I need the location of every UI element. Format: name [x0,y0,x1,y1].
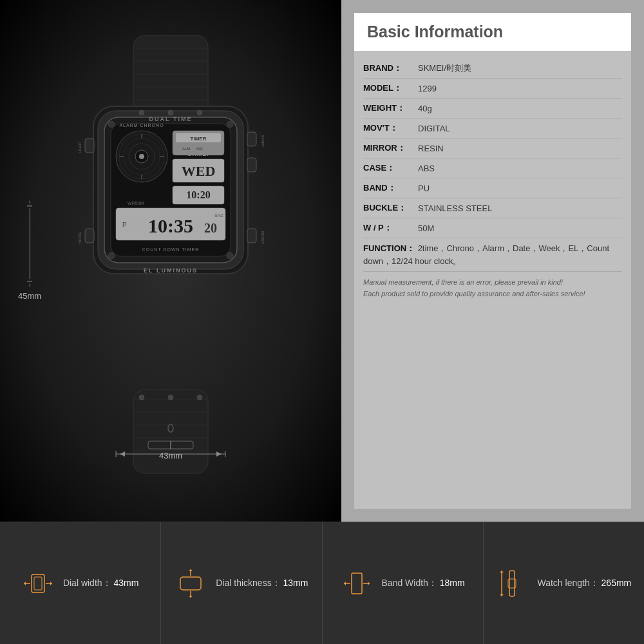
dial-width-label: Dial width： [63,578,111,588]
brand-label: BRAND： [363,62,418,74]
spec-band-width: Band Width： 18mm [323,522,484,644]
svg-marker-90 [368,582,370,585]
svg-text:LIGHT: LIGHT [78,142,82,153]
height-dimension: 45mm [18,200,41,301]
band-width-text: Band Width： 18mm [382,578,465,589]
height-label: 45mm [18,291,41,301]
function-label: FUNCTION： [363,243,415,253]
note-line2: Each product sold to provide quality ass… [363,289,622,300]
watch-section: 45mm [0,0,341,522]
watch-illustration: TIMER ALM SIG WED 10:20 P 10:35 [58,29,283,467]
function-row: FUNCTION： 2time，Chrono，Alarm，Date，Week，E… [363,238,622,272]
page-container: 45mm [0,0,644,644]
svg-text:TIMER: TIMER [191,136,207,142]
dial-thickness-icon [175,567,207,600]
weight-row: WEIGHT： 40g [363,99,622,118]
wp-row: W / P： 50M [363,218,622,238]
movt-row: MOV'T： DIGITAL [363,118,622,138]
band-width-value: 18mm [440,578,465,588]
svg-point-56 [108,252,115,259]
band-value: PU [418,184,430,193]
svg-marker-89 [344,582,346,585]
model-row: MODEL： 1299 [363,79,622,99]
brand-value: SKMEI/时刻美 [418,62,471,74]
band-width-label: Band Width： [382,578,437,588]
info-section: Basic Information BRAND： SKMEI/时刻美 MODEL… [341,0,644,522]
movt-label: MOV'T： [363,122,418,134]
svg-marker-77 [24,582,26,585]
dial-thickness-text: Dial thickness： 13mm [216,578,308,589]
case-label: CASE： [363,162,418,174]
svg-text:SNZ: SNZ [214,213,224,218]
info-rows: BRAND： SKMEI/时刻美 MODEL： 1299 WEIGHT： 40g… [354,59,631,509]
svg-text:MODE: MODE [78,232,82,243]
svg-rect-91 [509,571,515,596]
case-value: ABS [418,164,435,173]
band-label: BAND： [363,182,418,194]
brand-row: BRAND： SKMEI/时刻美 [363,59,622,79]
svg-marker-82 [189,569,193,571]
svg-text:20: 20 [204,221,217,235]
watch-svg: TIMER ALM SIG WED 10:20 P 10:35 [58,29,283,480]
svg-marker-72 [216,451,222,457]
svg-rect-51 [247,229,256,243]
buckle-value: STAINLESS STEEL [418,204,492,213]
svg-marker-71 [120,451,125,457]
specs-bar: Dial width： 43mm Dial thickness： 13mm [0,522,644,644]
svg-rect-50 [247,158,256,172]
case-row: CASE： ABS [363,158,622,178]
svg-text:10:35: 10:35 [148,215,193,236]
buckle-row: BUCKLE： STAINLESS STEEL [363,198,622,218]
info-note: Manual measurement, if there is an error… [363,272,622,305]
band-row: BAND： PU [363,178,622,198]
svg-marker-78 [50,582,52,585]
svg-text:DUAL TIME: DUAL TIME [149,116,193,122]
svg-text:WED: WED [182,163,216,179]
svg-text:WR50M: WR50M [128,201,144,205]
info-title-box: Basic Information [354,13,631,51]
svg-text:COUNT DOWN TIMER: COUNT DOWN TIMER [142,247,199,252]
band-width-icon [341,567,373,600]
svg-text:SKMEI: SKMEI [187,151,209,157]
svg-text:EL LUMINOUS: EL LUMINOUS [144,267,198,274]
svg-point-63 [168,395,173,400]
svg-text:START: START [261,135,265,147]
svg-text:10:20: 10:20 [186,189,210,200]
weight-value: 40g [418,104,432,113]
svg-marker-83 [189,596,193,598]
wp-label: W / P： [363,222,418,234]
dial-thickness-label: Dial thickness： [216,578,280,588]
svg-point-59 [139,110,144,115]
spec-watch-length: Watch length： 265mm [484,522,644,644]
spec-dial-thickness: Dial thickness： 13mm [161,522,322,644]
weight-label: WEIGHT： [363,102,418,114]
spec-dial-width: Dial width： 43mm [0,522,161,644]
watch-length-icon [496,567,528,600]
model-value: 1299 [418,84,437,93]
info-title: Basic Information [367,23,503,41]
svg-point-55 [227,121,233,128]
svg-rect-49 [247,132,256,146]
svg-point-64 [197,395,202,400]
mirror-label: MIRROR： [363,142,418,154]
dial-width-text: Dial width： 43mm [63,578,139,589]
svg-text:RESET: RESET [261,231,265,244]
mirror-value: RESIN [418,144,444,153]
model-label: MODEL： [363,82,418,94]
svg-point-54 [108,121,115,128]
svg-point-57 [227,252,233,259]
dial-thickness-value: 13mm [283,578,308,588]
svg-text:P: P [122,222,127,229]
svg-point-62 [139,395,144,400]
watch-length-label: Watch length： [537,578,598,588]
main-area: 45mm [0,0,644,522]
movt-value: DIGITAL [418,124,450,133]
svg-text:ALARM CHRONO: ALARM CHRONO [119,123,164,128]
watch-length-value: 265mm [601,578,632,588]
svg-rect-79 [180,577,201,590]
svg-rect-84 [352,573,362,594]
buckle-label: BUCKLE： [363,202,418,214]
svg-marker-94 [500,571,504,573]
svg-rect-6 [133,390,208,473]
svg-point-61 [197,110,202,115]
